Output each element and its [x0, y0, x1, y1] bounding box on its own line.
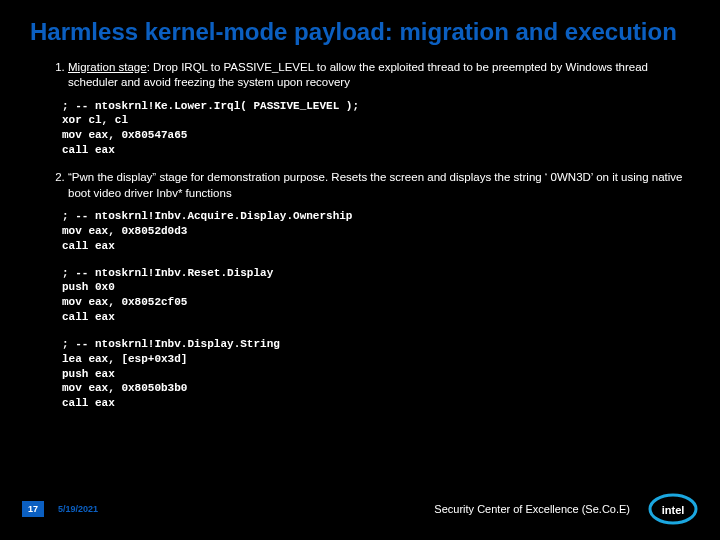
code-block-2: ; -- ntoskrnl!Inbv.Acquire.Display.Owner…: [62, 209, 690, 254]
point-1-rest: : Drop IRQL to PASSIVE_LEVEL to allow th…: [68, 61, 648, 89]
point-2: “Pwn the display” stage for demonstratio…: [68, 170, 690, 201]
footer-date: 5/19/2021: [58, 504, 98, 514]
ordered-list-2: “Pwn the display” stage for demonstratio…: [68, 170, 690, 201]
svg-text:intel: intel: [662, 504, 685, 516]
code-block-1: ; -- ntoskrnl!Ke.Lower.Irql( PASSIVE_LEV…: [62, 99, 690, 158]
footer: 17 5/19/2021 Security Center of Excellen…: [0, 492, 720, 526]
ordered-list: Migration stage: Drop IRQL to PASSIVE_LE…: [68, 60, 690, 91]
point-1-underline: Migration stage: [68, 61, 147, 73]
footer-org: Security Center of Excellence (Se.Co.E): [434, 503, 630, 515]
point-1: Migration stage: Drop IRQL to PASSIVE_LE…: [68, 60, 690, 91]
intel-logo-icon: intel: [648, 492, 698, 526]
page-number: 17: [22, 501, 44, 517]
slide-title: Harmless kernel-mode payload: migration …: [30, 18, 690, 46]
code-block-3: ; -- ntoskrnl!Inbv.Reset.Display push 0x…: [62, 266, 690, 325]
code-block-4: ; -- ntoskrnl!Inbv.Display.String lea ea…: [62, 337, 690, 411]
